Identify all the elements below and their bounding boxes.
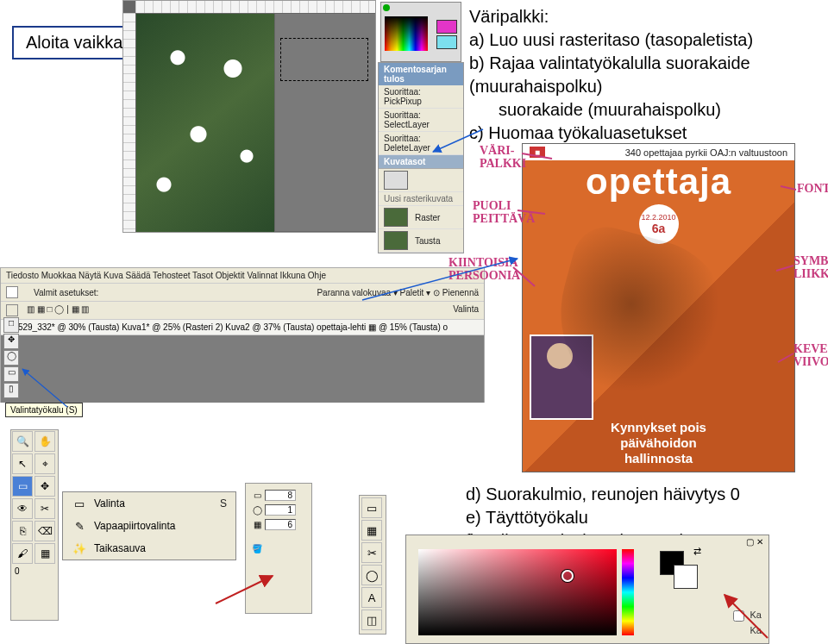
magazine-topbar: ■ 340 opettajaa pyrkii OAJ:n valtuustoon (523, 144, 794, 160)
flyout-freehand[interactable]: ✎ Vapaapiirtovalinta (63, 515, 235, 537)
menubar-items: Tiedosto Muokkaa Näytä Kuva Säädä Tehost… (1, 268, 484, 283)
tool-erase: ⌫ (34, 521, 55, 541)
tc-7: ▭ (361, 497, 382, 518)
editor-fragment-topleft (122, 0, 376, 233)
magazine-person-photo (530, 335, 593, 420)
tool-crop: ✂ (34, 498, 55, 519)
toolbox-slot (6, 286, 18, 298)
tc-6a: ◯ (361, 565, 382, 585)
flyout-valinta-label: Valinta (94, 497, 125, 510)
tool-clone: ⎘ (12, 521, 33, 541)
num-ico-2: ◯ (249, 505, 265, 515)
presets-label: Valmit asetukset: (34, 288, 98, 297)
indicator-dot (383, 4, 390, 11)
mini-toolbox: □ ✥ ◯ ▭ ▯ (3, 316, 20, 399)
bg-swatch[interactable] (674, 565, 698, 589)
swap-icon[interactable]: ⇄ (693, 546, 701, 557)
tool-zoom-value: 0 (11, 565, 58, 578)
selection-marquee (280, 38, 368, 81)
instruction-b2: suorakaide (muurahaispolku) (469, 98, 814, 122)
magazine-cover: ■ 340 opettajaa pyrkii OAJ:n valtuustoon… (522, 143, 795, 472)
mag-foot-3: hallinnosta (523, 451, 794, 466)
numeric-panel: ▭8 ◯1 ▦6 🪣 (245, 483, 312, 614)
document-tabs: I90529_332* @ 30% (Tausta) Kuva1* @ 25% … (1, 319, 484, 335)
num-3: 6 (265, 519, 296, 530)
bucket-icon: 🪣 (249, 544, 265, 553)
panel-row-1: Suorittaa: PickPixup (379, 85, 463, 109)
ruler-horizontal (135, 1, 375, 13)
selection-tool-flyout: ▭ Valinta S ✎ Vapaapiirtovalinta ✨ Taika… (62, 491, 236, 560)
wand-icon: ✨ (72, 541, 87, 556)
panel-row-3: Suorittaa: DeleteLayer (379, 132, 463, 155)
magazine-topline: 340 opettajaa pyrkii OAJ:n valtuustoon (625, 147, 787, 158)
flyout-wand-label: Taikasauva (94, 542, 146, 554)
handw-symbo: SYMBO-?LIIKKAA. (794, 255, 828, 280)
layer-raster-row: Raster (379, 206, 463, 229)
magazine-issue: 6a (652, 222, 666, 235)
tooltip-selection: Valintatyökalu (S) (5, 403, 83, 417)
thumb-bg (384, 231, 408, 250)
sv-gradient[interactable] (418, 549, 617, 635)
tool-rect-select: ▭ (12, 476, 33, 497)
flyout-freehand-label: Vapaapiirtovalinta (94, 520, 176, 532)
tc-6b: ◫ (361, 610, 382, 630)
handw-puoli: PUOLIPEITTÄVÄ (473, 200, 535, 225)
color-picker-small (380, 2, 461, 62)
menubar-row3: ▥ ▦ □ ◯ | ▦ ▥ Valinta (1, 301, 484, 319)
tool-pick: ⌖ (34, 453, 55, 474)
new-raster-row: Uusi rasterikuvata (379, 192, 463, 206)
magazine-date: 12.2.2010 (641, 213, 675, 222)
panel-header: Komentosarjan tulos (379, 63, 463, 85)
tool-move: ✥ (34, 476, 55, 497)
hue-bar[interactable] (622, 549, 634, 635)
magazine-date-circle: 12.2.2010 6a (639, 204, 679, 244)
photo-flowers (136, 14, 274, 233)
magazine-title: opettaja (523, 161, 794, 203)
tool-eye: 👁 (12, 498, 33, 519)
handw-keveytta: KEVEYTTÄVIIVOISTA? (794, 343, 828, 368)
color-picker-dialog: ▢ ✕ ⇄ Ka Ka (405, 535, 769, 644)
handw-varipalkki: VÄRI-PALKKI (480, 145, 526, 170)
tc-A: A (361, 587, 382, 608)
tool-hand: ✋ (34, 431, 55, 452)
numeric-rows: ▭8 ◯1 ▦6 🪣 (246, 484, 311, 558)
panel-row-2: Suorittaa: SelectLayer (379, 109, 463, 132)
layer-thumb-icon (384, 171, 408, 190)
toolbar-right: Paranna valokuvaa ▾ Paletit ▾ ⊙ Pienennä (317, 288, 479, 297)
instruction-d: d) Suorakulmio, reunojen häivytys 0 (466, 483, 819, 506)
layers-header: Kuvatasot (379, 155, 463, 168)
num-1: 8 (265, 490, 296, 501)
flyout-wand[interactable]: ✨ Taikasauva (63, 537, 235, 560)
instruction-a: a) Luo uusi rasteritaso (tasopaletista) (469, 28, 814, 52)
num-2: 1 (265, 504, 296, 516)
label-bg: Tausta (415, 236, 440, 246)
tool-brush: 🖌 (12, 543, 33, 564)
flyout-valinta[interactable]: ▭ Valinta S (63, 492, 235, 515)
num-ico-1: ▭ (249, 491, 265, 500)
empty-canvas (275, 14, 375, 231)
script-output-panel: Komentosarjan tulos Suorittaa: PickPixup… (378, 62, 464, 253)
swatch-cyan (436, 35, 457, 49)
handw-fontti: FONTTI? (797, 183, 828, 196)
fg-bg-swatches[interactable]: ⇄ (660, 551, 698, 589)
menubar-screenshot: Tiedosto Muokkaa Näytä Kuva Säädä Tehost… (0, 267, 485, 403)
instructions-block-1: Väripalkki: a) Luo uusi rasteritaso (tas… (469, 5, 814, 145)
tool-arrow: ↖ (12, 453, 33, 474)
toolbox-right-col: ▭ ▦ ✂ ◯ A ◫ (359, 495, 386, 635)
instruction-b: b) Rajaa valintatyökalulla suorakaide (m… (469, 52, 814, 98)
rect-select-icon: ▭ (72, 496, 87, 511)
layer-bg-row: Tausta (379, 229, 463, 253)
menubar-row2: Valmit asetukset: Paranna valokuvaa ▾ Pa… (1, 283, 484, 301)
sv-cursor (561, 570, 574, 582)
thumb-raster (384, 208, 408, 227)
picker-close[interactable]: ▢ ✕ (746, 537, 763, 547)
valinta-label: Valinta (453, 304, 479, 316)
freehand-icon: ✎ (72, 518, 87, 534)
instructions-title: Väripalkki: (469, 5, 814, 28)
swatch-magenta (436, 20, 457, 34)
rainbow-area (385, 16, 428, 51)
doc-gray-bg (1, 335, 484, 403)
mag-foot-2: päivähoidon (523, 435, 794, 451)
mag-foot-1: Kynnykset pois (523, 420, 794, 435)
picker-checkbox[interactable]: Ka (730, 608, 762, 624)
